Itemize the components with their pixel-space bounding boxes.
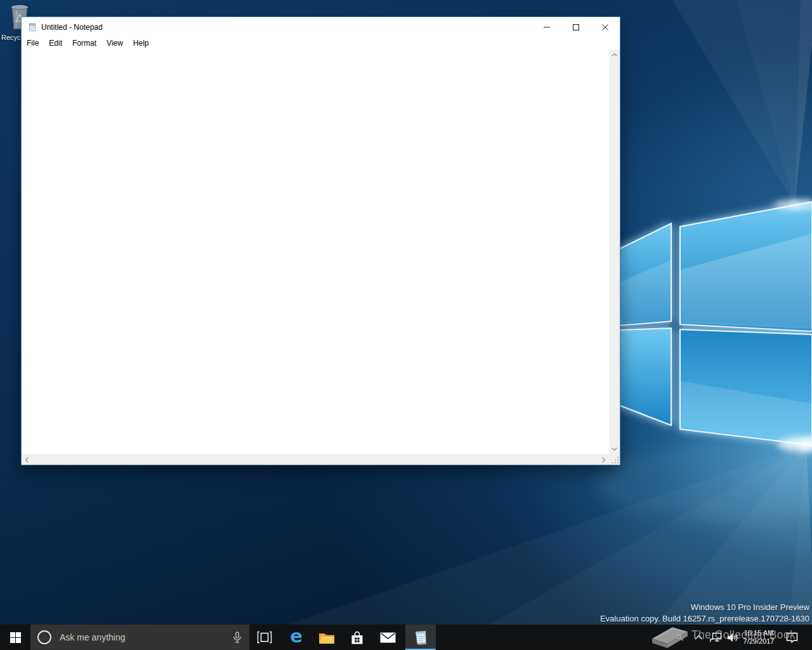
file-explorer-icon xyxy=(318,631,335,644)
resize-grip-icon xyxy=(611,456,619,464)
clock-time: 10:15 AM xyxy=(744,629,773,637)
maximize-button[interactable] xyxy=(561,17,591,37)
volume-icon xyxy=(727,633,738,642)
notepad-window: Untitled - Notepad File Edit Format View… xyxy=(21,17,620,465)
store-icon xyxy=(350,630,364,645)
scroll-left-button[interactable] xyxy=(22,454,32,465)
taskbar-file-explorer-button[interactable] xyxy=(311,625,342,650)
horizontal-scrollbar[interactable] xyxy=(22,454,609,465)
hidden-icons-chevron-icon xyxy=(695,635,703,640)
maximize-icon xyxy=(573,24,579,30)
watermark-line2: Evaluation copy. Build 16257.rs_prerelea… xyxy=(600,613,809,625)
vertical-scrollbar[interactable] xyxy=(609,50,620,454)
menu-help[interactable]: Help xyxy=(128,37,154,49)
show-hidden-icons-button[interactable] xyxy=(690,625,707,650)
chevron-down-icon xyxy=(612,448,617,451)
taskbar-store-button[interactable] xyxy=(342,625,372,650)
watermark-line1: Windows 10 Pro Insider Preview xyxy=(600,602,809,613)
scroll-down-button[interactable] xyxy=(609,444,620,454)
menu-format[interactable]: Format xyxy=(67,37,102,49)
chevron-up-icon xyxy=(612,53,617,56)
scroll-up-button[interactable] xyxy=(609,50,620,60)
taskbar: e xyxy=(0,625,812,650)
action-center-icon xyxy=(786,632,798,643)
cortana-search-box[interactable] xyxy=(30,625,249,650)
title-bar[interactable]: Untitled - Notepad xyxy=(22,17,620,37)
chevron-left-icon xyxy=(25,457,29,463)
mail-icon xyxy=(380,632,396,643)
scroll-right-button[interactable] xyxy=(598,454,609,465)
task-view-icon xyxy=(257,631,272,644)
taskbar-edge-button[interactable]: e xyxy=(281,625,311,650)
menu-file[interactable]: File xyxy=(22,37,44,49)
minimize-icon xyxy=(544,24,550,30)
notepad-icon xyxy=(27,22,37,32)
taskbar-notepad-button[interactable] xyxy=(405,625,436,650)
action-center-button[interactable] xyxy=(779,625,804,650)
resize-grip[interactable] xyxy=(609,454,620,465)
task-view-button[interactable] xyxy=(249,625,280,650)
window-title: Untitled - Notepad xyxy=(41,23,103,32)
network-icon xyxy=(710,632,722,642)
edge-icon: e xyxy=(290,627,303,646)
chevron-right-icon xyxy=(602,457,605,463)
close-icon xyxy=(602,24,608,30)
insider-build-watermark: Windows 10 Pro Insider Preview Evaluatio… xyxy=(600,602,809,625)
clock-date: 7/29/2017 xyxy=(743,637,775,646)
network-tray-button[interactable] xyxy=(707,625,724,650)
close-button[interactable] xyxy=(591,17,620,37)
microphone-icon xyxy=(233,632,242,644)
taskbar-mail-button[interactable] xyxy=(372,625,403,650)
cortana-icon xyxy=(37,630,51,644)
minimize-button[interactable] xyxy=(532,17,561,37)
notepad-icon xyxy=(412,629,429,646)
start-button[interactable] xyxy=(0,625,30,650)
notepad-text-area[interactable] xyxy=(22,50,609,454)
start-icon xyxy=(10,632,21,643)
windows-logo-panes xyxy=(619,202,812,446)
clock[interactable]: 10:15 AM 7/29/2017 xyxy=(738,625,779,650)
microphone-button[interactable] xyxy=(233,632,242,644)
search-input[interactable] xyxy=(58,632,225,643)
menu-view[interactable]: View xyxy=(102,37,128,49)
menu-edit[interactable]: Edit xyxy=(44,37,67,49)
menu-bar: File Edit Format View Help xyxy=(22,37,620,50)
